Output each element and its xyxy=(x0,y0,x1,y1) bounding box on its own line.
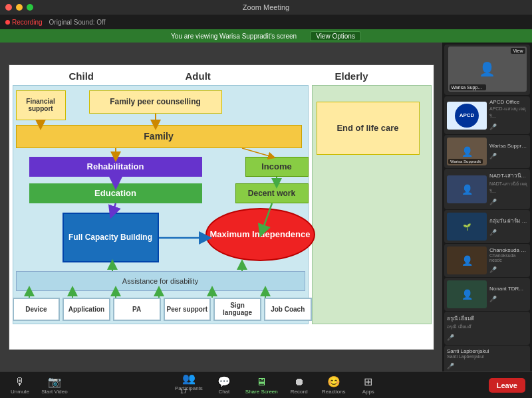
education-bar: Education xyxy=(29,183,202,203)
main-speaker-block[interactable]: 👤 Warisa Suppradit View xyxy=(444,45,530,95)
participant-role-nadt: NADT-เสาวนีย์ เจตุริ... xyxy=(489,180,527,195)
apps-button[interactable]: ⊞ Apps xyxy=(355,375,382,395)
chat-label: Chat xyxy=(218,389,229,395)
participant-group[interactable]: 🌱 กลุ่มวัน ฝาร์ม (2 ต้น) 🎤 xyxy=(444,210,530,243)
mic-icon-nonant: 🎤 xyxy=(489,296,497,302)
maximize-button[interactable] xyxy=(27,4,33,11)
sign-language-item: Sign language xyxy=(213,298,261,321)
unmute-label: Unmute xyxy=(11,389,29,395)
leave-button[interactable]: Leave xyxy=(489,378,525,393)
share-screen-button[interactable]: 🖥 Share Screen xyxy=(245,376,278,395)
participant-aruni[interactable]: อรุณี เอี่ยมดี อรุณี เอี่ยมดี 🎤 xyxy=(444,312,530,345)
participant-name-nadt: NADT-เสาวนีย์ เจ... xyxy=(489,171,527,180)
application-item: Application xyxy=(63,298,110,321)
family-bar: Family xyxy=(16,125,302,148)
rehabilitation-bar: Rehabilitation xyxy=(29,157,202,177)
window-controls[interactable] xyxy=(5,4,33,11)
start-video-button[interactable]: 📷 Start Video xyxy=(41,375,68,395)
participant-info-nadt: NADT-เสาวนีย์ เจ... NADT-เสาวนีย์ เจตุริ… xyxy=(489,171,527,207)
viewing-bar: You are viewing Warisa Suppradit's scree… xyxy=(0,29,532,43)
participant-role-chanoksuda: Chanoksuda nesdc xyxy=(489,253,527,262)
view-label: View xyxy=(511,48,525,54)
mic-icon-santi: 🎤 xyxy=(447,363,454,369)
participants-button[interactable]: 👥 Participants 17 xyxy=(175,372,203,399)
share-screen-label: Share Screen xyxy=(245,389,278,395)
rec-dot xyxy=(5,20,10,25)
mic-icon-apcd: 🎤 xyxy=(489,124,497,130)
participants-count: 17 xyxy=(180,388,187,395)
participant-role-apcd: APCD-แสวงบุ เจตุริ... xyxy=(489,105,527,120)
capacity-building-box: Full Capacity Building xyxy=(63,213,159,262)
section-adult-label: Adult xyxy=(186,70,211,82)
close-button[interactable] xyxy=(5,4,12,11)
decent-work-box: Decent work xyxy=(235,183,309,203)
warisa-name-overlay: Warisa Suppradit xyxy=(448,159,483,164)
apps-icon: ⊞ xyxy=(364,375,372,388)
presentation-area: Child Adult Elderly Financial support Fa… xyxy=(0,43,442,371)
record-icon: ⏺ xyxy=(294,376,305,388)
participants-sidebar: 👤 Warisa Suppradit View APCD APCD Office… xyxy=(442,43,532,371)
chat-button[interactable]: 💬 Chat xyxy=(211,375,237,395)
participant-name-chanoksuda: Chanoksuda nes... xyxy=(489,247,527,253)
participant-name-nonant: Nonant TDR... xyxy=(489,286,527,292)
participant-info-group: กลุ่มวัน ฝาร์ม (2 ต้น) 🎤 xyxy=(489,217,527,237)
participant-apcd[interactable]: APCD APCD Office APCD-แสวงบุ เจตุริ... 🎤 xyxy=(444,96,530,134)
participant-role-aruni: อรุณี เอี่ยมดี xyxy=(447,323,527,330)
bottom-items-row: Device Application PA Peer support Sign … xyxy=(13,298,312,321)
mic-icon-group: 🎤 xyxy=(489,229,497,236)
family-peer-box: Family peer counselling xyxy=(89,90,222,114)
end-of-life-box: End of life care xyxy=(317,102,420,155)
participant-name-warisa: Warisa Suppradit xyxy=(489,143,527,149)
minimize-button[interactable] xyxy=(16,4,23,11)
participant-thumb-apcd: APCD xyxy=(447,102,487,130)
main-speaker-name-overlay: Warisa Suppradit xyxy=(450,84,486,90)
participant-nadt[interactable]: 👤 NADT-เสาวนีย์ เจ... NADT-เสาวนีย์ เจตุ… xyxy=(444,169,530,209)
participant-info-warisa: Warisa Suppradit 🎤 xyxy=(489,143,527,161)
zoom-top-bar: Recording Original Sound: Off xyxy=(0,15,532,29)
reactions-button[interactable]: 😊 Reactions xyxy=(321,375,347,395)
slide: Child Adult Elderly Financial support Fa… xyxy=(9,64,434,350)
toolbar-right: Leave xyxy=(489,378,525,393)
assistance-bar: Assistance for disability xyxy=(16,271,305,291)
participants-icon: 👥 xyxy=(182,372,196,385)
participant-info-apcd: APCD Office APCD-แสวงบุ เจตุริ... 🎤 xyxy=(489,99,527,132)
participant-info-nonant: Nonant TDR... 🎤 xyxy=(489,286,527,304)
section-child-label: Child xyxy=(69,70,94,82)
share-screen-icon: 🖥 xyxy=(256,376,267,388)
job-coach-item: Job Coach xyxy=(264,298,312,321)
reactions-icon: 😊 xyxy=(327,375,340,388)
record-button[interactable]: ⏺ Record xyxy=(286,376,313,395)
participant-info-aruni: อรุณี เอี่ยมดี อรุณี เอี่ยมดี 🎤 xyxy=(447,314,527,342)
recording-indicator: Recording xyxy=(5,19,43,26)
toolbar-center: 👥 Participants 17 💬 Chat 🖥 Share Screen … xyxy=(175,372,382,399)
participant-name-aruni: อรุณี เอี่ยมดี xyxy=(447,314,490,323)
participant-name-apcd: APCD Office xyxy=(489,99,527,105)
peer-support-item: Peer support xyxy=(164,298,211,321)
unmute-icon: 🎙 xyxy=(15,376,25,388)
mic-icon-chanoksuda: 🎤 xyxy=(489,266,497,273)
original-sound-label[interactable]: Original Sound: Off xyxy=(49,19,106,26)
chat-icon: 💬 xyxy=(217,375,231,388)
participant-name-group: กลุ่มวัน ฝาร์ม (2 ต้น) xyxy=(489,217,527,225)
participant-nonant[interactable]: 👤 Nonant TDR... 🎤 xyxy=(444,278,530,311)
mic-icon-warisa: 🎤 xyxy=(489,153,497,159)
view-options-button[interactable]: View Options xyxy=(310,31,361,41)
participant-info-santi: Santi Lapbenjakul Santi Lapbenjakul 🎤 xyxy=(447,348,527,371)
record-label: Record xyxy=(291,389,308,395)
participants-label: Participants xyxy=(175,385,203,391)
participant-warisa[interactable]: 👤 Warisa Suppradit Warisa Suppradit 🎤 xyxy=(444,135,530,168)
participant-thumb-group: 🌱 xyxy=(447,213,487,241)
apcd-logo: APCD xyxy=(455,104,479,128)
participant-thumb-nonant: 👤 xyxy=(447,280,487,308)
section-elderly-label: Elderly xyxy=(335,70,368,82)
unmute-button[interactable]: 🎙 Unmute xyxy=(7,376,33,395)
zoom-toolbar: 🎙 Unmute 📷 Start Video 👥 Participants 17… xyxy=(0,371,532,398)
participant-santi[interactable]: Santi Lapbenjakul Santi Lapbenjakul 🎤 xyxy=(444,346,530,371)
financial-support-box: Financial support xyxy=(16,90,66,120)
window-title: Zoom Meeting xyxy=(243,3,289,11)
participant-chanoksuda[interactable]: 👤 Chanoksuda nes... Chanoksuda nesdc 🎤 xyxy=(444,244,530,277)
reactions-label: Reactions xyxy=(322,389,346,395)
income-box: Income xyxy=(245,157,309,177)
maximum-independence-ellipse: Maximum Independence xyxy=(205,208,315,261)
participant-info-chanoksuda: Chanoksuda nes... Chanoksuda nesdc 🎤 xyxy=(489,247,527,274)
